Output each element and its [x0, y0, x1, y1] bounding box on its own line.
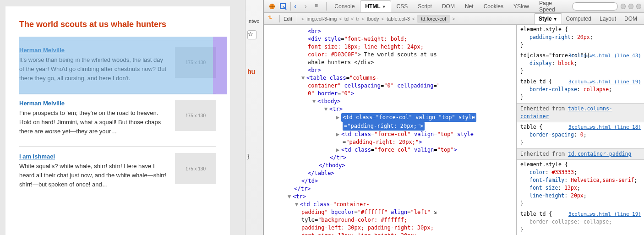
dom-val[interactable]: "left" — [410, 209, 430, 215]
dom-text[interactable]: > The world scouts at us — [357, 51, 437, 58]
dom-node[interactable]: <br> — [308, 67, 321, 73]
collapse-toggle[interactable]: ▶ — [336, 114, 341, 121]
dom-node[interactable]: <tr> — [329, 106, 343, 112]
dom-node[interactable]: > — [454, 147, 457, 153]
toggle-icon[interactable]: ⇅ — [268, 15, 276, 23]
close-icon[interactable] — [636, 4, 641, 9]
forward-icon[interactable]: › — [304, 2, 311, 11]
article-link[interactable]: Herman Melville — [19, 47, 65, 54]
css-decl[interactable]: border-spacing: 0; — [520, 131, 640, 139]
dom-attr[interactable]: valign — [414, 147, 434, 153]
breadcrumb-item[interactable]: table.col-3 — [387, 16, 410, 22]
tab-net[interactable]: Net — [460, 1, 478, 12]
css-rule[interactable]: 3colum…ws.html (line 19) table td { bord… — [517, 77, 644, 103]
css-decl[interactable]: font-size: 13px; — [520, 184, 640, 192]
dom-attr[interactable]: align — [391, 209, 407, 215]
chevron-right-icon[interactable]: > — [452, 16, 455, 22]
css-decl[interactable]: display: block; — [520, 60, 640, 67]
dom-attr[interactable]: class — [330, 75, 346, 81]
dom-node[interactable]: <td — [341, 147, 351, 153]
dom-val[interactable]: "background-color: #ffffff; — [318, 217, 407, 223]
dom-val[interactable]: padding-left: 30px; padding-right: 30px; — [301, 224, 434, 231]
dom-attr[interactable]: class — [355, 147, 371, 153]
dom-val[interactable]: "0" — [341, 90, 351, 97]
tab-cookies[interactable]: Cookies — [479, 1, 508, 12]
bookmark-star-icon[interactable]: ☆ — [247, 30, 257, 39]
dom-val[interactable]: color: #D03C0F" — [308, 51, 357, 58]
dom-val[interactable]: 0" — [308, 90, 314, 97]
style-tab-computed[interactable]: Computed — [562, 14, 595, 24]
dom-val[interactable]: "columns- — [349, 75, 379, 81]
firebug-icon[interactable] — [268, 2, 276, 11]
dom-val[interactable]: "top" — [437, 131, 454, 137]
dom-text[interactable]: whale hunters </div> — [308, 59, 374, 66]
breadcrumb-item[interactable]: tbody — [367, 16, 379, 22]
inspect-icon[interactable] — [279, 2, 287, 11]
collapse-toggle[interactable]: ▼ — [295, 201, 300, 208]
dom-attr[interactable]: cellpadding — [397, 82, 433, 89]
css-selector[interactable]: element.style { — [520, 161, 640, 169]
inherit-link[interactable]: td.container-padding — [568, 151, 631, 157]
html-tree[interactable]: <br> <div style="font-weight: bold; font… — [264, 25, 517, 235]
dom-val[interactable]: container" — [308, 82, 341, 89]
article-link[interactable]: I am Ishmael — [19, 153, 55, 160]
tab-yslow[interactable]: YSlow — [509, 1, 534, 12]
lines-icon[interactable]: ≡ — [315, 2, 322, 11]
dom-val[interactable]: "container- — [333, 201, 369, 208]
dom-val[interactable]: font-size: 18px; line-height: 24px; — [308, 44, 424, 50]
collapse-toggle[interactable]: ▶ — [336, 146, 341, 154]
source-link[interactable]: 3colum…ws.html (line 18) — [568, 123, 641, 131]
dom-node[interactable]: </tr> — [294, 186, 311, 192]
style-rules[interactable]: element.style { padding-right: 20px; } 3… — [517, 25, 644, 235]
dom-node[interactable]: > — [419, 139, 422, 145]
selected-node[interactable]: <td class="force-col" valign="top" style — [341, 113, 476, 122]
source-link[interactable]: 3colum…ws.html (line 43) — [568, 52, 641, 60]
collapse-toggle[interactable]: ▼ — [324, 105, 329, 113]
css-decl-overridden[interactable]: border-collapse: collapse; — [520, 218, 640, 226]
dom-attr[interactable]: valign — [414, 131, 434, 137]
dom-text[interactable]: tyle= — [301, 217, 318, 223]
dom-text[interactable]: s — [431, 209, 437, 215]
dom-attr[interactable]: class — [355, 131, 371, 137]
style-tab-layout[interactable]: Layout — [595, 14, 620, 24]
css-decl[interactable]: font-family: Helvetica,sans-serif; — [520, 176, 640, 184]
dom-node[interactable]: <div — [308, 36, 321, 42]
style-tab-style[interactable]: Style▼ — [534, 13, 562, 24]
dom-attr[interactable]: border — [318, 90, 338, 97]
tab-script[interactable]: Script — [413, 1, 437, 12]
css-rule[interactable]: 3colum…ws.html (line 18) table { border-… — [517, 122, 644, 148]
dom-node[interactable]: </td> — [301, 178, 318, 184]
back-icon[interactable]: ‹ — [294, 2, 301, 11]
dom-val[interactable]: "#ffffff" — [358, 209, 387, 215]
dom-val[interactable]: font-size: 13px; line-height: 20px; — [301, 232, 417, 235]
dom-node[interactable]: <br> — [308, 28, 321, 34]
detach-icon[interactable] — [628, 4, 633, 9]
breadcrumb-item[interactable]: tr — [356, 16, 359, 22]
collapse-toggle[interactable]: ▼ — [301, 74, 306, 82]
breadcrumb-item[interactable]: img.col-3-img — [306, 16, 337, 22]
dom-node[interactable]: <tbody> — [317, 98, 341, 104]
tab-css[interactable]: CSS — [392, 1, 413, 12]
dom-node[interactable]: </tbody> — [319, 162, 345, 169]
css-selector[interactable]: element.style { — [520, 26, 640, 33]
tab-html[interactable]: HTML▼ — [360, 0, 391, 12]
css-decl[interactable]: border-collapse: collapse; — [520, 86, 640, 93]
css-decl[interactable]: line-height: 20px; — [520, 192, 640, 200]
css-decl[interactable]: padding-right: 20px; — [520, 33, 640, 41]
search-input[interactable] — [572, 2, 618, 11]
css-rule[interactable]: element.style { color: #333333; font-fam… — [517, 160, 644, 209]
tab-console[interactable]: Console — [330, 1, 359, 12]
dom-val[interactable]: padding" — [301, 209, 328, 215]
collapse-toggle[interactable]: ▶ — [336, 131, 341, 138]
css-rule[interactable]: 3colum…ws.html (line 43) td[class="force… — [517, 51, 644, 77]
source-link[interactable]: 3colum…ws.html (line 19) — [568, 210, 641, 218]
dom-node[interactable]: <tr> — [293, 193, 306, 200]
chevron-left-icon[interactable]: < — [301, 16, 304, 22]
dom-node[interactable]: <table — [306, 75, 326, 81]
dom-attr[interactable]: class — [313, 201, 330, 208]
dom-attr[interactable]: bgcolor — [331, 209, 355, 215]
edit-button[interactable]: Edit — [284, 16, 292, 22]
dom-attr[interactable]: style — [457, 131, 474, 137]
dom-attr[interactable]: cellspacing — [344, 82, 380, 89]
css-rule[interactable]: 3colum…ws.html (line 19) table td { bord… — [517, 209, 644, 235]
